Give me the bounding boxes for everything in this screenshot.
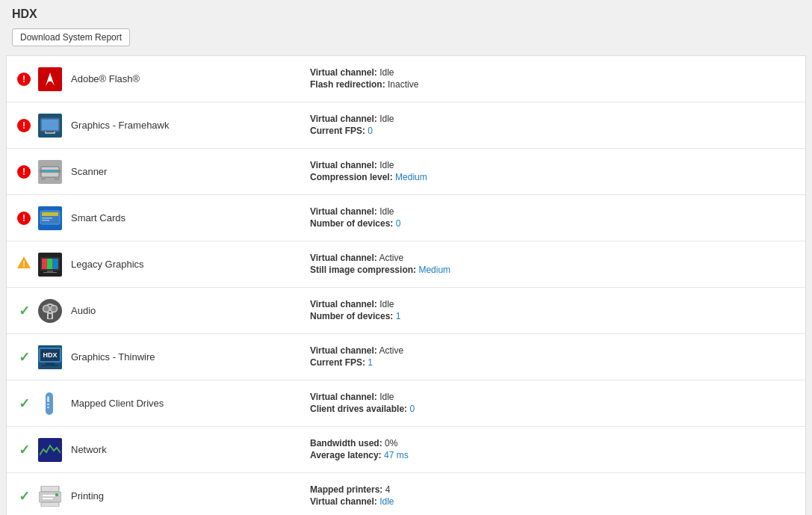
svg-rect-41 [39,492,61,502]
svg-rect-33 [46,363,55,365]
app-details: Virtual channel: Idle Number of devices:… [310,206,796,230]
app-name: Network [71,444,310,455]
status-error-icon: ! [17,73,31,86]
app-icon-smartcards [38,206,62,230]
detail-line-2: Virtual channel: Idle [310,496,796,507]
hdx-table: ! Adobe® Flash® Virtual channel: Idle Fl… [6,55,806,515]
status-icon: ! [16,73,32,86]
detail-line-2: Compression level: Medium [310,172,796,182]
detail-line-1: Virtual channel: Idle [310,392,796,402]
svg-rect-37 [47,404,49,405]
status-icon: ! [16,256,32,273]
page-title: HDX [12,7,800,21]
app-icon-thinwire: HDX [38,345,62,369]
svg-rect-34 [42,365,58,366]
table-row: ✓ Mapped Client Drives Virtual channel: … [7,380,805,427]
status-ok-icon: ✓ [19,396,30,411]
status-ok-icon: ✓ [19,489,30,504]
svg-text:HDX: HDX [43,351,57,359]
table-row: ✓ Printing Mapped printers: 4 Vir [7,473,805,515]
detail-line-2: Number of devices: 1 [310,311,796,321]
app-details: Virtual channel: Idle Client drives avai… [310,392,796,416]
detail-line-1: Virtual channel: Active [310,345,796,356]
app-name: Graphics - Framehawk [71,120,310,131]
status-ok-icon: ✓ [19,442,30,457]
svg-rect-14 [42,220,49,221]
svg-rect-8 [41,177,46,180]
detail-line-1: Virtual channel: Idle [310,160,796,170]
app-name: Graphics - Thinwire [71,351,310,363]
svg-rect-9 [55,177,59,180]
app-name: Audio [71,305,310,316]
app-name: Mapped Client Drives [71,398,310,409]
app-name: Legacy Graphics [71,259,310,270]
detail-line-1: Mapped printers: 4 [310,484,796,495]
app-details: Mapped printers: 4 Virtual channel: Idle [310,484,796,508]
app-name: Printing [71,490,310,502]
svg-rect-1 [42,120,58,130]
app-icon-adobe-flash [38,67,62,91]
app-details: Virtual channel: Active Current FPS: 1 [310,345,796,369]
app-details: Virtual channel: Idle Number of devices:… [310,299,796,323]
svg-rect-19 [42,259,47,269]
table-row: ✓ Network Bandwidth used: 0% Average lat… [7,427,805,473]
detail-line-2: Current FPS: 0 [310,126,796,136]
svg-text:!: ! [22,259,25,268]
status-ok-icon: ✓ [19,303,30,318]
app-details: Bandwidth used: 0% Average latency: 47 m… [310,438,796,462]
app-name: Smart Cards [71,212,310,223]
svg-rect-7 [43,170,58,172]
app-icon-mapped-drives [38,392,62,416]
svg-rect-28 [49,307,52,311]
app-name: Scanner [71,166,310,177]
svg-rect-43 [43,498,53,499]
app-name: Adobe® Flash® [71,73,310,84]
detail-line-1: Virtual channel: Idle [310,114,796,124]
svg-rect-36 [47,396,49,402]
status-error-icon: ! [17,119,31,132]
detail-line-1: Virtual channel: Idle [310,299,796,309]
svg-rect-38 [47,407,49,408]
app-icon-framehawk [38,114,62,138]
app-icon-network [38,438,62,462]
detail-line-2: Flash redirection: Inactive [310,79,796,90]
svg-rect-21 [52,259,58,269]
status-icon: ! [16,212,32,225]
status-icon: ✓ [16,490,32,503]
download-report-button[interactable]: Download System Report [12,28,130,46]
svg-rect-23 [43,272,57,273]
table-row: ! Adobe® Flash® Virtual channel: Idle Fl… [7,56,805,102]
app-details: Virtual channel: Idle Compression level:… [310,160,796,184]
svg-rect-12 [42,212,58,216]
status-icon: ✓ [16,443,32,457]
svg-rect-2 [46,132,55,134]
status-icon: ✓ [16,397,32,410]
detail-line-1: Virtual channel: Idle [310,67,796,78]
table-row: ! Graphics - Framehawk Virtual channel: … [7,102,805,149]
app-icon-printing [38,484,62,508]
status-icon: ✓ [16,351,32,364]
detail-line-2: Still image compression: Medium [310,265,796,275]
detail-line-1: Bandwidth used: 0% [310,438,796,448]
table-row: ! Smart Cards Virtual channel: Idle Numb… [7,195,805,241]
table-row: ✓ HDX Graphics - Thinwire Virtual channe… [7,334,805,380]
status-warning-icon: ! [16,256,31,271]
status-icon: ! [16,165,32,179]
detail-line-2: Average latency: 47 ms [310,450,796,460]
app-icon-scanner [38,160,62,184]
table-row: ✓ Audio Virtual channel: Idle Number of … [7,288,805,334]
svg-rect-44 [41,502,59,507]
detail-line-2: Client drives available: 0 [310,404,796,414]
app-icon-legacy-graphics [38,253,62,277]
table-row: ! Legacy Graphics Virtual channel: [7,241,805,288]
table-row: ! Scanner Virtual channel: Idle Compress… [7,149,805,195]
app-details: Virtual channel: Idle Current FPS: 0 [310,114,796,138]
app-details: Virtual channel: Idle Flash redirection:… [310,67,796,91]
status-error-icon: ! [17,165,31,179]
detail-line-2: Current FPS: 1 [310,357,796,368]
app-details: Virtual channel: Active Still image comp… [310,253,796,277]
status-ok-icon: ✓ [19,350,30,365]
svg-rect-35 [46,392,53,415]
svg-rect-45 [55,493,58,496]
app-icon-audio [38,299,62,323]
